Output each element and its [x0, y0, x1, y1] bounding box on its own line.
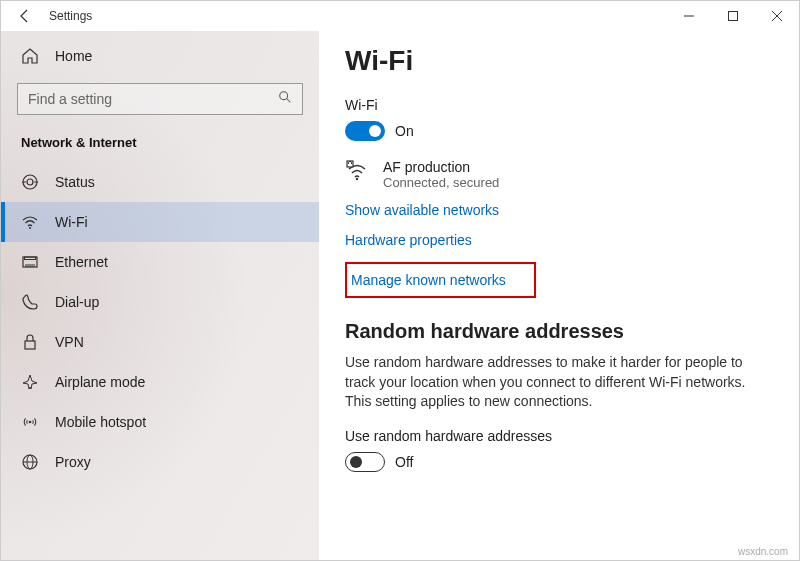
svg-rect-12	[25, 257, 36, 260]
sidebar-item-wifi[interactable]: Wi-Fi	[1, 202, 319, 242]
network-name: AF production	[383, 159, 499, 175]
sidebar-item-airplane[interactable]: Airplane mode	[1, 362, 319, 402]
random-hw-toggle[interactable]	[345, 452, 385, 472]
svg-line-5	[287, 99, 291, 103]
sidebar-item-vpn[interactable]: VPN	[1, 322, 319, 362]
wifi-toggle[interactable]	[345, 121, 385, 141]
ethernet-icon	[21, 253, 39, 271]
sidebar-item-hotspot[interactable]: Mobile hotspot	[1, 402, 319, 442]
sidebar-item-label: Airplane mode	[55, 374, 145, 390]
main-pane: Wi-Fi Wi-Fi On AF production Connected, …	[319, 31, 799, 560]
close-button[interactable]	[755, 1, 799, 31]
wifi-secured-icon	[345, 159, 369, 183]
sidebar-item-status[interactable]: Status	[1, 162, 319, 202]
watermark: wsxdn.com	[738, 546, 788, 557]
status-icon	[21, 173, 39, 191]
wifi-label: Wi-Fi	[345, 97, 773, 113]
window-title: Settings	[49, 9, 92, 23]
sidebar-category: Network & Internet	[1, 129, 319, 162]
back-button[interactable]	[17, 8, 33, 24]
svg-point-7	[27, 179, 33, 185]
svg-rect-18	[25, 341, 35, 349]
sidebar-item-label: Ethernet	[55, 254, 108, 270]
search-box[interactable]	[17, 83, 303, 115]
sidebar-item-label: Mobile hotspot	[55, 414, 146, 430]
svg-point-10	[29, 227, 31, 229]
random-hw-description: Use random hardware addresses to make it…	[345, 353, 773, 412]
airplane-icon	[21, 373, 39, 391]
sidebar-item-label: Proxy	[55, 454, 91, 470]
random-hw-toggle-label: Off	[395, 454, 413, 470]
link-hardware-properties[interactable]: Hardware properties	[345, 232, 773, 248]
svg-point-23	[356, 178, 358, 180]
minimize-button[interactable]	[667, 1, 711, 31]
random-hw-heading: Random hardware addresses	[345, 320, 773, 343]
sidebar-item-label: Status	[55, 174, 95, 190]
home-icon	[21, 47, 39, 65]
wifi-icon	[21, 213, 39, 231]
search-input[interactable]	[28, 91, 278, 107]
sidebar: Home Network & Internet Status Wi-Fi Eth…	[1, 31, 319, 560]
svg-point-4	[280, 92, 288, 100]
svg-point-19	[29, 421, 32, 424]
page-title: Wi-Fi	[345, 45, 773, 77]
sidebar-item-proxy[interactable]: Proxy	[1, 442, 319, 482]
search-icon	[278, 90, 292, 108]
sidebar-item-label: Dial-up	[55, 294, 99, 310]
network-current: AF production Connected, secured	[345, 159, 773, 190]
maximize-button[interactable]	[711, 1, 755, 31]
sidebar-item-label: VPN	[55, 334, 84, 350]
highlight-box: Manage known networks	[345, 262, 536, 298]
dialup-icon	[21, 293, 39, 311]
link-manage-known-networks[interactable]: Manage known networks	[351, 272, 506, 288]
wifi-toggle-label: On	[395, 123, 414, 139]
titlebar: Settings	[1, 1, 799, 31]
random-hw-toggle-title: Use random hardware addresses	[345, 428, 773, 444]
hotspot-icon	[21, 413, 39, 431]
link-show-available-networks[interactable]: Show available networks	[345, 202, 773, 218]
network-status: Connected, secured	[383, 175, 499, 190]
sidebar-item-dialup[interactable]: Dial-up	[1, 282, 319, 322]
sidebar-item-ethernet[interactable]: Ethernet	[1, 242, 319, 282]
svg-rect-1	[729, 12, 738, 21]
vpn-icon	[21, 333, 39, 351]
sidebar-home-label: Home	[55, 48, 92, 64]
sidebar-home[interactable]: Home	[1, 37, 319, 75]
proxy-icon	[21, 453, 39, 471]
sidebar-item-label: Wi-Fi	[55, 214, 88, 230]
